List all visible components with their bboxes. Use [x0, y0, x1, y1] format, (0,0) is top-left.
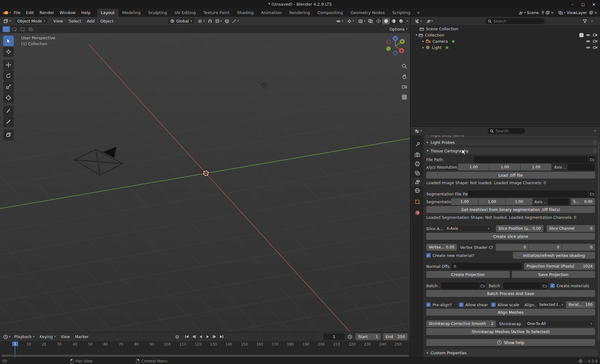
- viewlayer-selector[interactable]: ViewLayer: [557, 10, 588, 16]
- hide-eye-icon[interactable]: [586, 46, 591, 49]
- tab-object[interactable]: [411, 197, 423, 206]
- shrinkwrap-meshes-button[interactable]: Shrinkwrap Meshes (Active To Selected): [426, 328, 595, 335]
- tool-measure[interactable]: [3, 116, 14, 127]
- snap-magnet-icon[interactable]: [208, 19, 212, 23]
- hide-eye-icon[interactable]: [586, 40, 591, 43]
- prev-keyframe-icon[interactable]: [191, 334, 197, 340]
- new-scene-icon[interactable]: [546, 11, 550, 15]
- ortho-grid-icon[interactable]: [401, 94, 408, 100]
- select-mode-extend-icon[interactable]: [11, 26, 18, 32]
- slice-channel-field[interactable]: Slice Channel0: [547, 225, 595, 232]
- tab-geometry-nodes[interactable]: Geometry Nodes: [347, 9, 388, 17]
- close-button[interactable]: [589, 1, 598, 7]
- slice-position-field[interactable]: Slice Position (µ...0.00: [496, 225, 543, 232]
- outliner-row-camera[interactable]: Camera: [411, 38, 600, 44]
- select-mode-intersect-icon[interactable]: [27, 26, 34, 32]
- orientation-dropdown[interactable]: Global: [168, 18, 195, 24]
- tab-material[interactable]: [411, 208, 423, 217]
- init-vertex-shading-button[interactable]: Initialize/refresh vertex shading: [513, 252, 595, 259]
- menu-window[interactable]: Window: [57, 9, 78, 16]
- create-projection-button[interactable]: Create Projection: [426, 271, 510, 278]
- jump-to-start-icon[interactable]: [184, 334, 190, 340]
- xray-toggle-icon[interactable]: [368, 19, 373, 23]
- tab-output[interactable]: [411, 159, 423, 168]
- maximize-button[interactable]: [579, 1, 588, 7]
- tab-scripting[interactable]: Scripting: [388, 9, 414, 17]
- options-dropdown[interactable]: Options: [389, 27, 408, 32]
- create-material-checkbox[interactable]: [426, 253, 431, 258]
- resolution-x-field[interactable]: 1.00: [458, 164, 489, 170]
- playhead-marker[interactable]: 1: [12, 342, 18, 346]
- tool-rotate[interactable]: [3, 71, 14, 81]
- shading-solid-icon[interactable]: [382, 18, 390, 24]
- align-meshes-button[interactable]: Align Meshes: [426, 309, 595, 316]
- collapse-icon[interactable]: [416, 33, 417, 37]
- play-reverse-icon[interactable]: [198, 334, 204, 340]
- menu-help[interactable]: Help: [78, 9, 93, 16]
- filter-icon[interactable]: [582, 19, 587, 23]
- hide-eye-icon[interactable]: [586, 33, 591, 37]
- tool-cursor[interactable]: [3, 47, 14, 57]
- collection-checkbox[interactable]: [579, 33, 583, 37]
- remove-viewlayer-icon[interactable]: [594, 11, 598, 15]
- menu-object[interactable]: Object: [98, 17, 116, 25]
- seg-res-y-field[interactable]: 1.00: [478, 198, 505, 205]
- timeline-ruler[interactable]: 10 20 30 40 50 60 70 80 90 100 110 120 1…: [0, 341, 410, 357]
- allow-shear-checkbox[interactable]: [459, 303, 463, 307]
- vertex-shader-1-field[interactable]: 0: [496, 244, 528, 251]
- viewport-3d[interactable]: User Perspective (1) Collection: [0, 33, 410, 332]
- tab-view-layer[interactable]: [411, 169, 423, 177]
- snap-settings-dropdown[interactable]: [214, 18, 223, 24]
- outliner-row-light[interactable]: Light: [411, 44, 600, 51]
- batch1-field[interactable]: [441, 282, 479, 289]
- resolution-y-field[interactable]: 1.00: [489, 164, 520, 170]
- scene-selector[interactable]: Scene: [517, 10, 540, 16]
- vertex-field[interactable]: Vertex...0.00: [426, 244, 457, 251]
- falloff-dropdown[interactable]: [231, 19, 240, 24]
- timeline-editor-type-button[interactable]: [2, 334, 12, 340]
- seg-file-path-field[interactable]: [468, 190, 588, 197]
- tool-select-box[interactable]: [3, 36, 14, 46]
- show-object-types-dropdown[interactable]: [335, 19, 345, 24]
- overlays-dropdown[interactable]: [357, 19, 367, 24]
- pin-icon[interactable]: [541, 11, 545, 15]
- next-keyframe-icon[interactable]: [212, 334, 218, 340]
- slice-axis-dropdown[interactable]: X-Axis: [444, 225, 492, 232]
- tab-compositing[interactable]: Compositing: [314, 9, 347, 17]
- pan-hand-icon[interactable]: [401, 73, 408, 80]
- new-viewlayer-icon[interactable]: [589, 11, 593, 15]
- disable-render-icon[interactable]: [593, 39, 598, 43]
- allow-scale-checkbox[interactable]: [491, 303, 496, 307]
- end-frame-field[interactable]: End250: [383, 333, 408, 340]
- batch2-field[interactable]: [503, 282, 541, 289]
- expand-icon[interactable]: [422, 46, 424, 49]
- show-help-button[interactable]: Show help: [426, 339, 595, 346]
- load-tiff-button[interactable]: Load .tiff file: [426, 172, 595, 179]
- network-status-icon[interactable]: [578, 359, 582, 363]
- outliner-row-scene-collection[interactable]: Scene Collection: [411, 26, 600, 32]
- outliner-display-mode-button[interactable]: [425, 18, 434, 24]
- outliner-editor-type-button[interactable]: [413, 18, 423, 24]
- save-projection-button[interactable]: Save Projection: [512, 271, 595, 278]
- blender-logo-icon[interactable]: [2, 10, 9, 15]
- start-frame-field[interactable]: Start1: [356, 333, 381, 340]
- tab-rendering[interactable]: Rendering: [286, 9, 314, 17]
- mode-dropdown[interactable]: Object Mode: [15, 18, 48, 24]
- tool-move[interactable]: [3, 60, 14, 70]
- tab-render[interactable]: [411, 150, 423, 159]
- tool-add-cube[interactable]: [3, 130, 14, 140]
- seg-file-browse-button[interactable]: [589, 190, 595, 197]
- shading-wireframe-icon[interactable]: [375, 18, 382, 24]
- frame-range-clock-icon[interactable]: [348, 334, 352, 339]
- panel-custom-properties[interactable]: Custom Properties: [424, 349, 598, 356]
- create-materials-checkbox[interactable]: [550, 283, 555, 288]
- menu-marker[interactable]: Marker: [72, 333, 91, 340]
- tab-uv-editing[interactable]: UV Editing: [171, 9, 200, 17]
- batch2-browse-button[interactable]: [542, 282, 548, 289]
- tab-animation[interactable]: Animation: [257, 9, 285, 17]
- disable-render-icon[interactable]: [593, 33, 598, 37]
- menu-render[interactable]: Render: [37, 9, 57, 16]
- camera-view-icon[interactable]: [401, 84, 408, 90]
- outliner-row-collection[interactable]: Collection: [411, 32, 600, 38]
- shrinkwrap-smooth-field[interactable]: Shrinkwrap Corrective Smooth2: [426, 320, 496, 327]
